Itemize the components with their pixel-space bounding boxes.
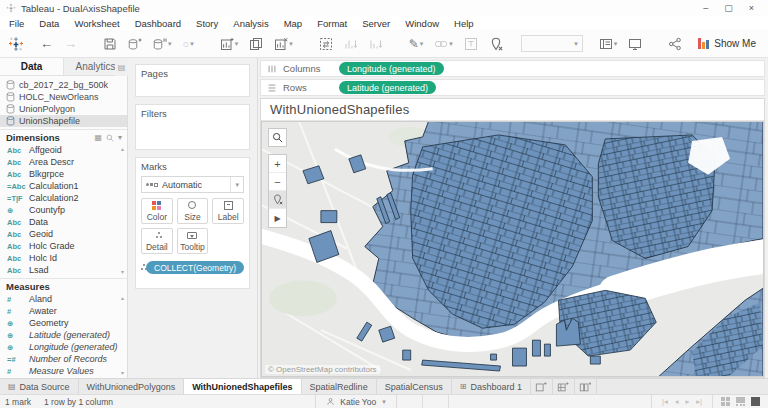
sort-descending-button[interactable]	[368, 34, 384, 54]
collapse-pane-icon[interactable]: ▤	[115, 58, 128, 76]
menu-item[interactable]: Format	[317, 18, 347, 29]
duplicate-button[interactable]	[248, 34, 264, 54]
menu-item[interactable]: Data	[39, 18, 59, 29]
new-worksheet-button[interactable]: ▾	[219, 34, 240, 54]
highlight-button[interactable]: ✎▾	[408, 34, 425, 54]
new-worksheet-tab-button[interactable]	[531, 379, 553, 394]
show-me-button[interactable]: Show Me	[698, 38, 760, 49]
group-members-button[interactable]: ▾	[433, 34, 454, 54]
map-expand-button[interactable]: ▶	[269, 209, 286, 227]
zoom-in-button[interactable]: +	[269, 155, 286, 173]
measure-item[interactable]: ⊕ Longitude (generated)	[0, 341, 127, 353]
dimension-item[interactable]: ⊕ Countyfp	[0, 204, 127, 216]
chevron-down-icon[interactable]: ▾	[382, 398, 386, 406]
rows-shelf[interactable]: Rows Latitude (generated)	[260, 79, 765, 96]
chevron-down-icon[interactable]: ▾	[118, 133, 122, 142]
datasource-item[interactable]: HOLC_NewOrleans	[0, 91, 127, 103]
run-updates-button[interactable]: ○▾	[182, 34, 195, 54]
pages-card[interactable]: Pages	[135, 64, 250, 97]
map-canvas[interactable]	[261, 121, 764, 377]
dimension-item[interactable]: Abc Area Descr	[0, 156, 127, 168]
mark-button[interactable]: Tooltip	[177, 228, 209, 254]
menu-item[interactable]: Window	[405, 18, 439, 29]
menu-item[interactable]: Dashboard	[135, 18, 181, 29]
presentation-mode-button[interactable]	[627, 34, 643, 54]
minimize-icon[interactable]: –	[703, 3, 708, 13]
dimension-item[interactable]: =T|F Calculation2	[0, 192, 127, 204]
previous-sheet-button[interactable]: ◂	[675, 397, 679, 406]
menu-item[interactable]: Map	[284, 18, 302, 29]
measure-item[interactable]: # Awater	[0, 305, 127, 317]
first-sheet-button[interactable]: |◂	[662, 397, 668, 406]
chevron-down-icon[interactable]: ▾	[289, 40, 293, 48]
new-story-tab-button[interactable]	[575, 379, 597, 394]
last-sheet-button[interactable]: ▸|	[696, 397, 702, 406]
measure-item[interactable]: # Measure Values	[0, 365, 127, 377]
chevron-down-icon[interactable]: ▾	[190, 40, 194, 48]
chevron-down-icon[interactable]: ▾	[168, 40, 172, 48]
share-button[interactable]	[667, 34, 683, 54]
save-button[interactable]	[102, 34, 118, 54]
search-icon[interactable]	[106, 134, 114, 142]
mark-button[interactable]: Label	[212, 198, 244, 224]
dimension-item[interactable]: Abc Affgeoid	[0, 144, 127, 156]
new-dashboard-tab-button[interactable]	[553, 379, 575, 394]
columns-shelf[interactable]: Columns Longitude (generated)	[260, 60, 765, 77]
sheet-tab[interactable]: SpatialRedline	[302, 379, 377, 394]
datasource-item[interactable]: UnionShapefile	[0, 115, 127, 127]
sheet-tab[interactable]: ⊞ Dashboard 1	[452, 379, 531, 394]
dimension-item[interactable]: Abc Blkgrpce	[0, 168, 127, 180]
close-icon[interactable]: ×	[749, 3, 754, 13]
pause-updates-button[interactable]: ▾	[152, 34, 173, 54]
menu-item[interactable]: Help	[454, 18, 474, 29]
dimension-item[interactable]: Abc Data	[0, 216, 127, 228]
dimension-item[interactable]: Abc Holc Id	[0, 252, 127, 264]
chevron-down-icon[interactable]: ▾	[235, 40, 239, 48]
mark-button[interactable]: Color	[141, 198, 173, 224]
dimension-item[interactable]: Abc Geoid	[0, 228, 127, 240]
sheet-sorter-icon[interactable]	[721, 397, 730, 406]
map-search-button[interactable]	[268, 128, 287, 147]
datasource-item[interactable]: cb_2017_22_bg_500k	[0, 79, 127, 91]
view-data-icon[interactable]: ▦	[94, 133, 102, 142]
mark-button[interactable]: Detail	[141, 228, 173, 254]
dimension-item[interactable]: Abc Lsad	[0, 264, 127, 276]
columns-pill[interactable]: Longitude (generated)	[339, 62, 444, 75]
menu-item[interactable]: Story	[196, 18, 218, 29]
measure-item[interactable]: =# Number of Records	[0, 353, 127, 365]
swap-axes-button[interactable]	[318, 34, 334, 54]
next-sheet-button[interactable]: ▸	[686, 397, 690, 406]
menu-item[interactable]: File	[9, 18, 24, 29]
sheet-tab[interactable]: WithUnionedShapefiles	[184, 379, 301, 394]
filters-card[interactable]: Filters	[135, 104, 250, 150]
pane-tab[interactable]: Data	[0, 58, 63, 75]
chevron-down-icon[interactable]: ▾	[614, 40, 618, 48]
dimension-item[interactable]: =Abc Calculation1	[0, 180, 127, 192]
zoom-out-button[interactable]: −	[269, 173, 286, 191]
measure-item[interactable]: ⊕ Geometry	[0, 317, 127, 329]
sheet-tab[interactable]: SpatialCensus	[377, 379, 452, 394]
menu-item[interactable]: Server	[362, 18, 390, 29]
maximize-icon[interactable]: ▢	[724, 3, 733, 13]
new-datasource-button[interactable]	[127, 34, 143, 54]
datasource-item[interactable]: UnionPolygon	[0, 103, 127, 115]
geometry-pill[interactable]: COLLECT(Geometry)	[146, 261, 244, 274]
clear-sheet-button[interactable]: ▾	[273, 34, 294, 54]
chevron-down-icon[interactable]: ▾	[449, 40, 453, 48]
scroll-up-icon[interactable]: ▴	[121, 145, 124, 152]
measure-item[interactable]: ⊕ Latitude (generated)	[0, 329, 127, 341]
show-mark-labels-button[interactable]	[463, 34, 479, 54]
mark-type-select[interactable]: Automatic ▾	[141, 176, 244, 193]
sheet-tab[interactable]: ▤ Data Source	[0, 379, 79, 394]
user-menu[interactable]: Katie Yoo ▾	[315, 395, 396, 408]
fit-select[interactable]: ▾	[521, 35, 583, 52]
mark-button[interactable]: Size	[177, 198, 209, 224]
redo-button[interactable]: →	[63, 34, 78, 54]
rows-pill[interactable]: Latitude (generated)	[339, 81, 436, 94]
undo-button[interactable]: ←	[39, 34, 54, 54]
map-pin-button[interactable]	[269, 191, 286, 209]
scroll-down-icon[interactable]: ▾	[121, 369, 124, 376]
sort-ascending-button[interactable]	[343, 34, 359, 54]
fix-map-pin-button[interactable]	[488, 34, 504, 54]
menu-item[interactable]: Worksheet	[74, 18, 119, 29]
